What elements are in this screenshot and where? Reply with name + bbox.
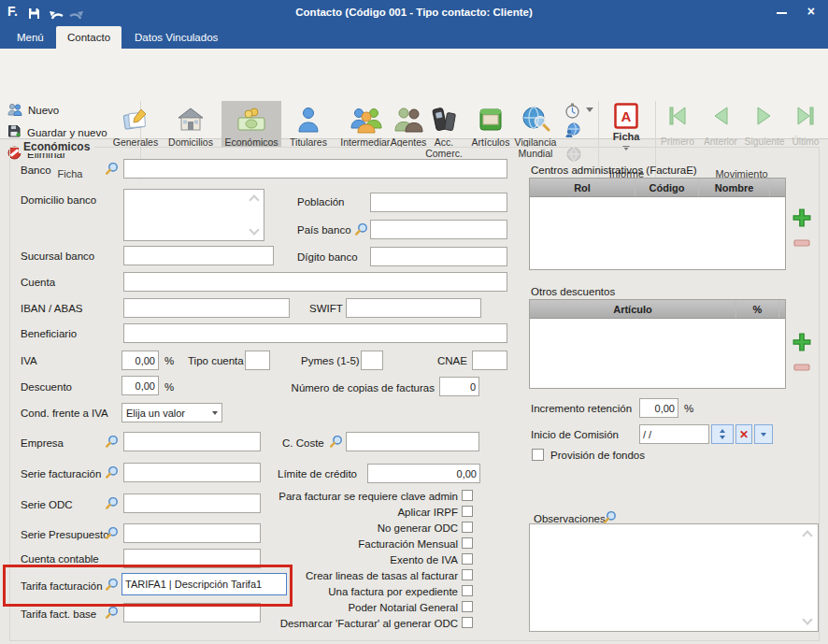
sucursal-banco-input[interactable] xyxy=(123,246,274,265)
crear-lineas-tasas-checkbox[interactable] xyxy=(462,569,473,580)
guardar-y-nuevo-button[interactable]: Guardar y nuevo xyxy=(7,124,107,140)
tipo-cuenta-input[interactable] xyxy=(245,351,270,370)
observaciones-textarea[interactable] xyxy=(529,523,819,632)
primero-button[interactable]: Primero xyxy=(656,105,699,147)
serie-presupuesto-input[interactable] xyxy=(123,523,261,543)
new-contact-icon xyxy=(7,103,22,118)
swift-input[interactable] xyxy=(346,298,481,318)
domicilios-button[interactable]: Domicilios xyxy=(163,101,219,148)
check-label: Poder Notarial General xyxy=(348,602,458,613)
tab-datos-vinculados[interactable]: Datos Vinculados xyxy=(123,26,229,49)
scroll-down-icon[interactable] xyxy=(802,614,812,624)
centros-table[interactable]: Rol Código Nombre xyxy=(529,178,786,270)
beneficiario-input[interactable] xyxy=(123,323,507,343)
pais-banco-input[interactable] xyxy=(370,220,507,239)
pais-banco-lookup-icon[interactable] xyxy=(354,222,368,236)
iva-suffix: % xyxy=(164,355,174,366)
provision-fondos-checkbox[interactable] xyxy=(532,449,544,461)
iva-input[interactable] xyxy=(121,351,159,370)
check-label: Desmarcar 'Facturar' al generar ODC xyxy=(280,618,458,629)
incremento-input[interactable] xyxy=(639,398,678,418)
facturacion-mensual-checkbox[interactable] xyxy=(462,537,473,549)
serie-presupuesto-label: Serie Presupuesto xyxy=(21,529,109,540)
date-dropdown-button[interactable] xyxy=(754,424,773,444)
serie-facturacion-lookup-icon[interactable] xyxy=(105,465,119,479)
iva-label: IVA xyxy=(21,355,37,366)
tarifa-facturacion-input[interactable] xyxy=(121,573,287,595)
num-copias-input[interactable] xyxy=(439,377,479,396)
centros-remove-button[interactable] xyxy=(792,235,811,255)
iban-input[interactable] xyxy=(123,298,290,318)
column-header[interactable]: Código xyxy=(635,179,699,196)
title-bar: F. Contacto (Código 001 - Tipo contacto:… xyxy=(0,0,828,26)
desmarcar-facturar-checkbox[interactable] xyxy=(462,617,473,628)
scroll-up-icon[interactable] xyxy=(249,194,259,205)
no-generar-odc-checkbox[interactable] xyxy=(462,522,473,533)
column-header[interactable]: Rol xyxy=(530,179,635,196)
generales-button[interactable]: Generales xyxy=(108,101,163,148)
otros-descuentos-table[interactable]: Artículo % xyxy=(529,299,786,389)
descuentos-remove-button[interactable] xyxy=(792,359,811,379)
tab-menu[interactable]: Menú xyxy=(6,26,55,49)
timer-dropdown-icon[interactable] xyxy=(586,107,593,112)
pymes-input[interactable] xyxy=(361,351,383,370)
ultimo-button[interactable]: Último xyxy=(786,105,825,147)
serie-presupuesto-lookup-icon[interactable] xyxy=(105,526,119,540)
scroll-up-icon[interactable] xyxy=(802,530,812,540)
centros-add-button[interactable] xyxy=(792,208,812,232)
serie-facturacion-input[interactable] xyxy=(123,463,261,482)
tarifa-facturacion-lookup-icon[interactable] xyxy=(105,578,119,592)
globe-person-icon[interactable] xyxy=(564,122,580,142)
spin-up-icon[interactable] xyxy=(720,429,725,433)
column-header[interactable]: Nombre xyxy=(699,179,770,196)
timer-icon[interactable] xyxy=(564,103,580,122)
poder-notarial-checkbox[interactable] xyxy=(462,601,473,612)
poblacion-input[interactable] xyxy=(370,193,507,212)
serie-odc-lookup-icon[interactable] xyxy=(105,496,119,510)
column-header[interactable]: Artículo xyxy=(530,300,736,318)
check-label: Para facturar se requiere clave admin xyxy=(278,491,458,502)
titulares-button[interactable]: Titulares xyxy=(283,101,334,148)
c-coste-lookup-icon[interactable] xyxy=(329,435,343,449)
cuenta-input[interactable] xyxy=(123,272,507,292)
exento-iva-checkbox[interactable] xyxy=(462,553,473,565)
close-button[interactable]: × xyxy=(807,4,815,19)
serie-odc-input[interactable] xyxy=(123,494,261,513)
minimize-button[interactable] xyxy=(777,12,787,14)
date-clear-button[interactable]: ✕ xyxy=(735,424,752,444)
descuento-input[interactable] xyxy=(121,376,159,395)
descuentos-add-button[interactable] xyxy=(792,332,812,356)
una-factura-expediente-checkbox[interactable] xyxy=(462,585,473,596)
clear-x-icon: ✕ xyxy=(739,429,749,440)
siguiente-button[interactable]: Siguiente xyxy=(742,105,787,147)
nuevo-button[interactable]: Nuevo xyxy=(7,103,59,118)
limite-credito-input[interactable] xyxy=(367,464,480,483)
spin-down-icon[interactable] xyxy=(720,436,725,439)
cnae-input[interactable] xyxy=(472,351,507,370)
scroll-down-icon[interactable] xyxy=(249,224,259,235)
empresa-input[interactable] xyxy=(123,432,261,451)
tarifa-base-lookup-icon[interactable] xyxy=(105,606,119,620)
column-header[interactable]: % xyxy=(736,300,779,318)
date-spinner[interactable] xyxy=(711,424,734,444)
c-coste-input[interactable] xyxy=(346,432,479,451)
clave-admin-checkbox[interactable] xyxy=(462,490,473,501)
tab-contacto[interactable]: Contacto xyxy=(56,26,121,49)
beneficiario-label: Beneficiario xyxy=(21,328,77,339)
tarifa-base-input[interactable] xyxy=(123,603,261,623)
economicos-button[interactable]: Económicos xyxy=(221,101,281,148)
banco-lookup-icon[interactable] xyxy=(105,162,119,176)
domicilio-banco-textarea[interactable] xyxy=(123,189,264,241)
swift-label: SWIFT xyxy=(309,303,343,314)
ficha-informe-button[interactable]: A Ficha xyxy=(609,103,643,150)
anterior-button[interactable]: Anterior xyxy=(699,105,742,147)
observaciones-lookup-icon[interactable] xyxy=(603,510,617,524)
inicio-comision-input[interactable] xyxy=(639,424,709,444)
banco-input[interactable] xyxy=(123,159,507,179)
digito-banco-input[interactable] xyxy=(370,247,507,266)
cuenta-contable-input[interactable] xyxy=(123,549,261,568)
empresa-lookup-icon[interactable] xyxy=(105,435,119,449)
ultimo-label: Último xyxy=(792,136,819,147)
aplicar-irpf-checkbox[interactable] xyxy=(462,506,473,517)
cond-iva-select[interactable]: Elija un valor xyxy=(121,403,222,422)
